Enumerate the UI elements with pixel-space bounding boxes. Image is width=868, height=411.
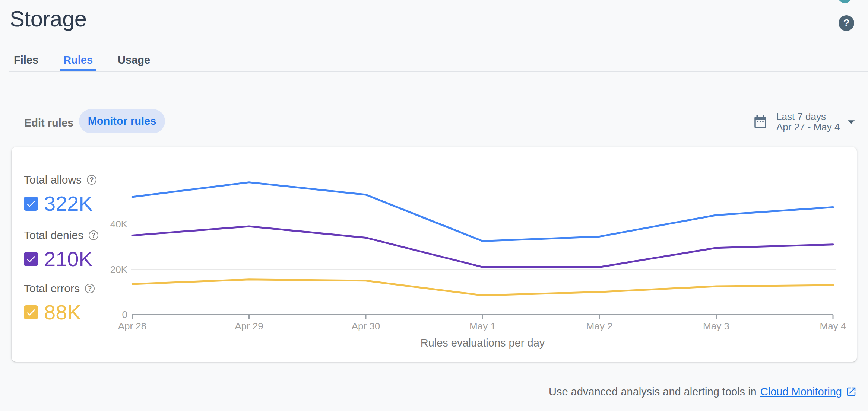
x-axis-label: May 2 [570,320,629,332]
date-range-text: Last 7 days Apr 27 - May 4 [776,111,840,132]
y-axis-label: 40K [94,218,127,230]
tab-usage[interactable]: Usage [118,48,150,72]
avatar[interactable] [837,0,852,3]
date-range-dates: Apr 27 - May 4 [776,122,840,132]
tab-usage-label: Usage [118,54,150,66]
tab-rules-label: Rules [63,54,93,66]
external-link-icon[interactable] [846,386,857,397]
storage-monitor-page: Storage ? Files Rules Usage Edit rules M… [0,0,868,411]
tab-files[interactable]: Files [14,48,38,72]
calendar-icon [753,114,768,130]
tab-files-label: Files [14,54,38,66]
help-button[interactable]: ? [839,15,854,31]
chevron-down-icon [843,114,859,130]
y-axis-label: 0 [94,309,127,321]
x-axis-label: May 3 [687,320,746,332]
monitor-rules-button[interactable]: Monitor rules [79,109,165,133]
page-title: Storage [10,6,87,32]
edit-rules-button[interactable]: Edit rules [24,117,73,129]
footer-text: Use advanced analysis and alerting tools… [549,386,757,398]
x-axis-label: Apr 29 [219,320,279,332]
tab-bar: Files Rules Usage [9,48,868,72]
x-axis-label: Apr 30 [336,320,396,332]
date-range-preset: Last 7 days [776,111,840,122]
rules-monitor-card: Total allows ? 322K Total denies ? 210K [12,147,857,362]
x-axis-label: May 1 [453,320,513,332]
footer: Use advanced analysis and alerting tools… [549,384,857,399]
y-axis-label: 20K [94,264,127,275]
x-axis-label: Apr 28 [102,320,162,332]
x-axis-label: May 4 [803,320,863,332]
question-mark-icon: ? [843,17,850,29]
date-range-selector[interactable]: Last 7 days Apr 27 - May 4 [753,109,861,135]
chart-caption: Rules evaluations per day [132,337,833,350]
tab-rules[interactable]: Rules [63,48,93,72]
cloud-monitoring-link[interactable]: Cloud Monitoring [760,386,842,398]
